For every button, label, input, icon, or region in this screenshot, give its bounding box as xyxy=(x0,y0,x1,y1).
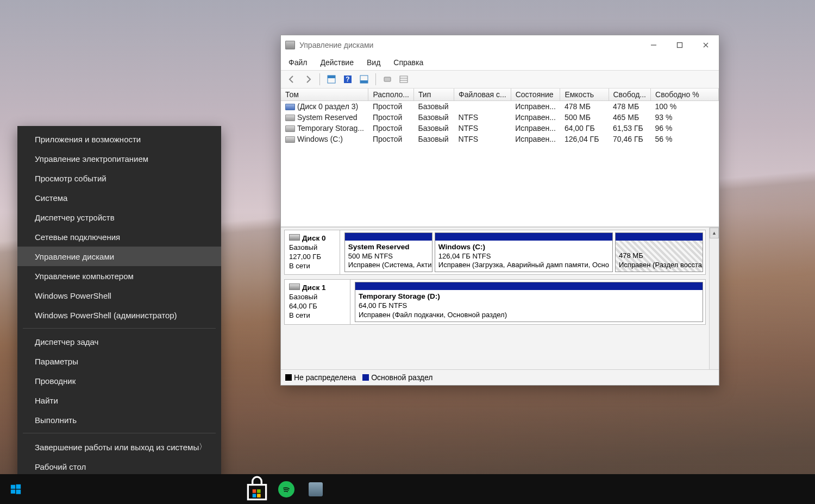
start-button[interactable] xyxy=(1,474,30,504)
winx-item-shutdown[interactable]: Завершение работы или выход из системы 〉 xyxy=(17,437,221,457)
disk-management-window: Управление дисками Файл Действие Вид Спр… xyxy=(280,35,719,386)
window-title: Управление дисками xyxy=(299,41,373,49)
partition-status: Исправен (Система, Актив xyxy=(348,261,432,269)
taskbar-item-app[interactable] xyxy=(301,474,330,504)
disk-name: Диск 1 xyxy=(302,284,325,292)
disk-size: 64,00 ГБ xyxy=(289,302,317,310)
menu-label: Просмотр событий xyxy=(35,174,106,183)
menu-view[interactable]: Вид xyxy=(366,57,381,68)
col-volume[interactable]: Том xyxy=(281,89,368,101)
legend-primary: Основной раздел xyxy=(362,373,432,382)
col-status[interactable]: Состояние xyxy=(511,89,560,101)
partition-sub: 478 МБ xyxy=(619,251,643,260)
menu-label: Управление электропитанием xyxy=(35,154,148,163)
winx-item-desktop[interactable]: Рабочий стол xyxy=(17,457,221,476)
winx-item-powershell[interactable]: Windows PowerShell xyxy=(17,286,221,305)
disk-size: 127,00 ГБ xyxy=(289,253,321,261)
col-layout[interactable]: Располо... xyxy=(368,89,414,101)
col-capacity[interactable]: Емкость xyxy=(560,89,609,101)
chevron-right-icon: 〉 xyxy=(199,442,206,452)
close-button[interactable] xyxy=(693,35,719,55)
svg-rect-1 xyxy=(678,43,682,48)
partition-system-reserved[interactable]: System Reserved 500 МБ NTFS Исправен (Си… xyxy=(344,232,432,272)
tool-view-top[interactable] xyxy=(325,73,338,86)
disk-row-0[interactable]: Диск 0 Базовый 127,00 ГБ В сети System R… xyxy=(284,230,706,275)
svg-rect-20 xyxy=(253,494,256,497)
maximize-button[interactable] xyxy=(667,35,693,55)
winx-item-event-viewer[interactable]: Просмотр событий xyxy=(17,168,221,188)
menu-label: Приложения и возможности xyxy=(35,135,141,144)
menu-label: Windows PowerShell (администратор) xyxy=(35,311,177,320)
menu-label: Сетевые подключения xyxy=(35,232,120,242)
tool-view-bottom[interactable] xyxy=(358,73,371,86)
winx-item-powershell-admin[interactable]: Windows PowerShell (администратор) xyxy=(17,305,221,325)
partition-sub: 64,00 ГБ NTFS xyxy=(359,301,407,310)
svg-rect-17 xyxy=(16,489,21,494)
winx-item-settings[interactable]: Параметры xyxy=(17,351,221,371)
col-freepct[interactable]: Свободно % xyxy=(651,89,719,101)
partition-sub: 500 МБ NTFS xyxy=(348,252,393,260)
winx-item-search[interactable]: Найти xyxy=(17,390,221,410)
table-row[interactable]: Windows (C:)ПростойБазовыйNTFSИсправен..… xyxy=(281,134,719,144)
disk-graphic-pane: Диск 0 Базовый 127,00 ГБ В сети System R… xyxy=(281,227,719,369)
taskbar-item-spotify[interactable] xyxy=(272,474,301,504)
menu-label: Параметры xyxy=(35,357,78,366)
svg-rect-10 xyxy=(384,77,391,81)
partition-recovery[interactable]: 478 МБ Исправен (Раздел восстан xyxy=(615,232,703,272)
menu-label: Диспетчер устройств xyxy=(35,213,115,222)
menu-label: Система xyxy=(35,193,67,203)
partition-temporary-d[interactable]: Temporary Storage (D:) 64,00 ГБ NTFS Исп… xyxy=(355,282,703,322)
volume-list[interactable]: Том Располо... Тип Файловая с... Состоян… xyxy=(281,89,719,227)
volume-icon xyxy=(285,125,295,132)
menu-label: Управление дисками xyxy=(35,252,114,261)
winx-item-system[interactable]: Система xyxy=(17,188,221,207)
disk-label: Диск 0 Базовый 127,00 ГБ В сети xyxy=(285,230,340,274)
winx-item-run[interactable]: Выполнить xyxy=(17,410,221,430)
scrollbar[interactable]: ▲ xyxy=(709,228,719,369)
partition-status: Исправен (Раздел восстан xyxy=(619,261,703,269)
winx-item-disk-management[interactable]: Управление дисками xyxy=(17,247,221,266)
titlebar[interactable]: Управление дисками xyxy=(281,35,719,55)
scroll-up-button[interactable]: ▲ xyxy=(710,228,719,238)
winx-item-power-options[interactable]: Управление электропитанием xyxy=(17,149,221,168)
menu-file[interactable]: Файл xyxy=(287,57,308,68)
tool-list[interactable] xyxy=(397,73,410,86)
taskbar xyxy=(0,474,815,504)
partition-status: Исправен (Файл подкачки, Основной раздел… xyxy=(359,311,507,319)
menu-separator xyxy=(23,328,216,329)
disk-status: В сети xyxy=(289,311,310,319)
winx-item-apps-features[interactable]: Приложения и возможности xyxy=(17,129,221,149)
table-row[interactable]: Temporary Storag...ПростойБазовыйNTFSИсп… xyxy=(281,123,719,134)
table-row[interactable]: System ReservedПростойБазовыйNTFSИсправе… xyxy=(281,112,719,123)
tool-properties[interactable] xyxy=(381,73,394,86)
disk-row-1[interactable]: Диск 1 Базовый 64,00 ГБ В сети Temporary… xyxy=(284,279,706,324)
disk-icon xyxy=(289,284,300,290)
tool-help[interactable]: ? xyxy=(341,73,354,86)
winx-item-explorer[interactable]: Проводник xyxy=(17,371,221,390)
col-type[interactable]: Тип xyxy=(413,89,454,101)
menu-help[interactable]: Справка xyxy=(392,57,424,68)
disk-label: Диск 1 Базовый 64,00 ГБ В сети xyxy=(285,280,350,324)
menu-action[interactable]: Действие xyxy=(319,57,355,68)
disk-icon xyxy=(289,234,300,241)
minimize-button[interactable] xyxy=(641,35,667,55)
winx-item-network[interactable]: Сетевые подключения xyxy=(17,227,221,247)
menu-label: Выполнить xyxy=(35,415,77,425)
svg-text:?: ? xyxy=(346,75,349,83)
menu-label: Завершение работы или выход из системы xyxy=(35,443,199,452)
winx-item-task-manager[interactable]: Диспетчер задач xyxy=(17,332,221,351)
menu-separator xyxy=(23,433,216,433)
col-free[interactable]: Свобод... xyxy=(609,89,651,101)
partition-windows-c[interactable]: Windows (C:) 126,04 ГБ NTFS Исправен (За… xyxy=(435,232,613,272)
winx-item-computer-mgmt[interactable]: Управление компьютером xyxy=(17,266,221,286)
forward-button[interactable] xyxy=(302,73,315,86)
winx-item-device-manager[interactable]: Диспетчер устройств xyxy=(17,207,221,227)
svg-rect-9 xyxy=(360,80,368,83)
taskbar-item-store[interactable] xyxy=(242,474,272,504)
col-fs[interactable]: Файловая с... xyxy=(454,89,511,101)
back-button[interactable] xyxy=(285,73,298,86)
table-row[interactable]: (Диск 0 раздел 3)ПростойБазовыйИсправен.… xyxy=(281,101,719,112)
svg-rect-11 xyxy=(400,76,408,83)
svg-rect-16 xyxy=(11,489,15,493)
svg-rect-5 xyxy=(328,75,335,78)
